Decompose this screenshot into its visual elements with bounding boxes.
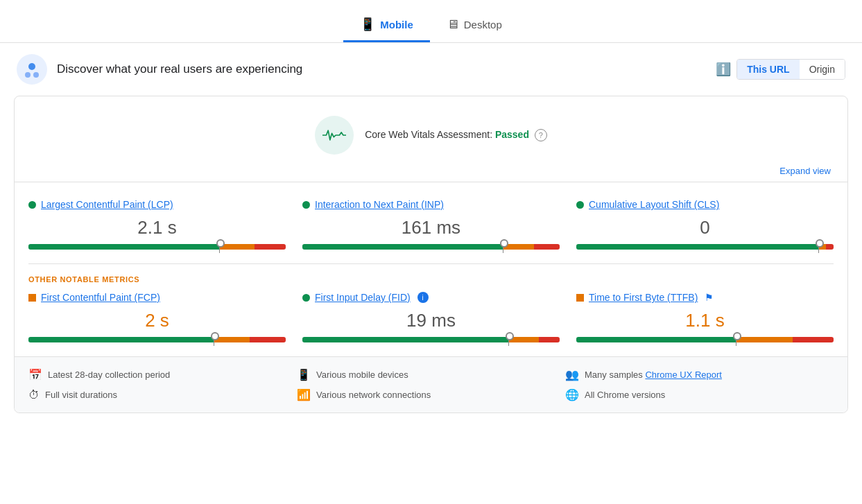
status-dot [302, 294, 310, 302]
metric-link-inp[interactable]: Interaction to Next Paint (INP) [315, 199, 444, 210]
bar-segment-green [576, 244, 818, 250]
status-dot [576, 201, 584, 209]
top-metrics-grid: Largest Contentful Paint (LCP) 2.1 s Int… [15, 182, 847, 263]
url-toggle-group: This URL Origin [736, 59, 845, 80]
svg-point-0 [28, 63, 35, 70]
header-row: Discover what your real users are experi… [0, 43, 862, 96]
footer-text-5: All Chrome versions [585, 390, 665, 400]
desktop-icon: 🖥 [447, 17, 459, 32]
progress-bar-lcp [28, 244, 286, 250]
bar-segment-red [250, 337, 286, 342]
metric-link-lcp[interactable]: Largest Contentful Paint (LCP) [41, 199, 173, 210]
assessment-header: Core Web Vitals Assessment: Passed ? [15, 96, 847, 166]
metric-link-fcp[interactable]: First Contentful Paint (FCP) [41, 292, 160, 303]
progress-bar-cls [576, 244, 834, 250]
footer-item-4: 📶 Various network connections [297, 388, 565, 401]
tab-mobile-label: Mobile [380, 19, 413, 31]
metric-link-ttfb[interactable]: Time to First Byte (TTFB) [589, 292, 698, 303]
progress-bar-fcp [28, 337, 286, 342]
footer-icon-1: 📱 [297, 368, 311, 381]
progress-bar-fid [302, 337, 560, 342]
bar-segment-green [28, 244, 219, 250]
avatar [17, 54, 47, 85]
progress-bar-inp [302, 244, 560, 250]
bar-segment-red [793, 337, 834, 342]
header-controls: ℹ️ This URL Origin [716, 59, 845, 80]
metric-label-lcp: Largest Contentful Paint (LCP) [28, 199, 286, 210]
progress-track-inp [302, 244, 560, 250]
footer-icon-3: ⏱ [28, 389, 40, 401]
info-circle-icon[interactable]: ℹ️ [716, 62, 731, 77]
bar-segment-green [28, 337, 214, 342]
footer-text-2: Many samples Chrome UX Report [585, 370, 722, 380]
marker-fid [508, 333, 509, 346]
metric-info-icon[interactable]: i [417, 292, 429, 303]
other-metrics-label: OTHER NOTABLE METRICS [15, 264, 847, 286]
metric-label-inp: Interaction to Next Paint (INP) [302, 199, 560, 210]
tabs-bar: 📱 Mobile 🖥 Desktop [0, 0, 862, 43]
metric-label-ttfb: Time to First Byte (TTFB) ⚑ [576, 292, 834, 303]
footer-text-3: Full visit durations [45, 390, 117, 400]
marker-ttfb [736, 333, 736, 346]
progress-track-cls [576, 244, 834, 250]
progress-track-lcp [28, 244, 286, 250]
origin-button[interactable]: Origin [800, 60, 845, 79]
metric-link-fid[interactable]: First Input Delay (FID) [315, 292, 411, 303]
assessment-status: Passed [495, 129, 529, 140]
progress-bar-ttfb [576, 337, 834, 342]
status-dot [302, 201, 310, 209]
mobile-icon: 📱 [360, 17, 375, 32]
footer-icon-5: 🌐 [565, 388, 579, 401]
metric-label-fcp: First Contentful Paint (FCP) [28, 292, 286, 303]
bottom-metrics-grid: First Contentful Paint (FCP) 2 s First I… [15, 286, 847, 356]
bar-segment-orange [736, 337, 793, 342]
metric-label-fid: First Input Delay (FID) i [302, 292, 560, 303]
footer-item-5: 🌐 All Chrome versions [565, 388, 834, 401]
footer-icon-2: 👥 [565, 368, 579, 381]
bar-segment-red [539, 337, 560, 342]
metric-item-inp: Interaction to Next Paint (INP) 161 ms [302, 199, 560, 250]
footer-item-3: ⏱ Full visit durations [28, 388, 297, 401]
bar-segment-green [302, 337, 508, 342]
header-title: Discover what your real users are experi… [57, 62, 706, 76]
tab-desktop-label: Desktop [464, 19, 502, 31]
svg-point-1 [25, 72, 31, 78]
status-dot [576, 294, 584, 302]
metric-item-ttfb: Time to First Byte (TTFB) ⚑ 1.1 s [576, 292, 834, 342]
tab-mobile[interactable]: 📱 Mobile [343, 10, 430, 42]
metric-flag-icon[interactable]: ⚑ [705, 292, 714, 303]
metric-value-lcp: 2.1 s [28, 213, 286, 241]
footer-text-1: Various mobile devices [316, 370, 408, 380]
bar-segment-green [302, 244, 503, 250]
bar-segment-orange [214, 337, 250, 342]
bar-segment-red [534, 244, 560, 250]
footer-item-2: 👥 Many samples Chrome UX Report [565, 368, 834, 381]
bar-segment-green [576, 337, 736, 342]
assessment-text: Core Web Vitals Assessment: Passed ? [365, 129, 547, 141]
vitals-icon [315, 116, 354, 155]
metric-link-cls[interactable]: Cumulative Layout Shift (CLS) [589, 199, 719, 210]
marker-cls [818, 241, 819, 253]
marker-fcp [214, 333, 214, 346]
main-card: Core Web Vitals Assessment: Passed ? Exp… [14, 96, 848, 413]
marker-lcp [219, 241, 220, 253]
info-footer: 📅 Latest 28-day collection period 📱 Vari… [15, 356, 847, 412]
metric-value-fid: 19 ms [302, 306, 560, 334]
progress-track-fid [302, 337, 560, 342]
assessment-help-icon[interactable]: ? [535, 129, 547, 141]
footer-icon-4: 📶 [297, 388, 311, 401]
marker-inp [503, 241, 503, 253]
progress-track-fcp [28, 337, 286, 342]
metric-value-inp: 161 ms [302, 213, 560, 241]
metric-item-fid: First Input Delay (FID) i 19 ms [302, 292, 560, 342]
expand-view-link[interactable]: Expand view [15, 166, 847, 182]
metric-item-fcp: First Contentful Paint (FCP) 2 s [28, 292, 286, 342]
this-url-button[interactable]: This URL [737, 60, 799, 79]
metric-item-cls: Cumulative Layout Shift (CLS) 0 [576, 199, 834, 250]
status-dot [28, 201, 36, 209]
footer-link-2[interactable]: Chrome UX Report [645, 370, 722, 380]
tab-desktop[interactable]: 🖥 Desktop [430, 10, 519, 42]
bar-segment-red [255, 244, 286, 250]
assessment-title-prefix: Core Web Vitals Assessment: [365, 129, 492, 140]
metric-value-cls: 0 [576, 213, 834, 241]
